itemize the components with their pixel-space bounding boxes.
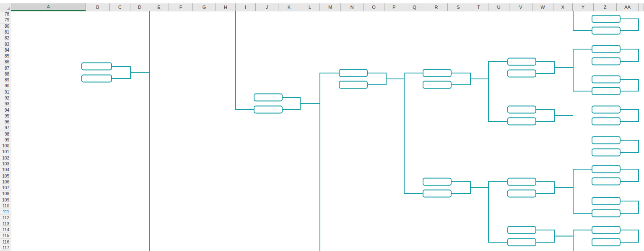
row-header-93[interactable]: 93 bbox=[0, 101, 11, 107]
connector-bracket[interactable] bbox=[451, 182, 488, 193]
row-header-82[interactable]: 82 bbox=[0, 35, 11, 41]
row-header-79[interactable]: 79 bbox=[0, 17, 11, 23]
tree-node-box[interactable] bbox=[592, 166, 620, 173]
tree-node-box[interactable] bbox=[508, 190, 536, 197]
connector-bracket[interactable] bbox=[536, 230, 573, 242]
tree-node-box[interactable] bbox=[592, 210, 620, 217]
tree-node-box[interactable] bbox=[508, 118, 536, 125]
row-header-88[interactable]: 88 bbox=[0, 71, 11, 77]
row-header-115[interactable]: 115 bbox=[0, 233, 11, 239]
row-header-111[interactable]: 111 bbox=[0, 209, 11, 215]
connector-bracket[interactable] bbox=[282, 97, 320, 110]
column-header-A[interactable]: A bbox=[11, 3, 86, 11]
tree-node-box[interactable] bbox=[254, 94, 282, 101]
tree-node-box[interactable] bbox=[592, 58, 620, 65]
connector-bracket[interactable] bbox=[620, 19, 639, 31]
column-header-J[interactable]: J bbox=[256, 3, 278, 11]
column-header-W[interactable]: W bbox=[532, 3, 553, 11]
row-header-105[interactable]: 105 bbox=[0, 173, 11, 179]
row-header-85[interactable]: 85 bbox=[0, 53, 11, 59]
column-header-O[interactable]: O bbox=[364, 3, 384, 11]
connector-spine[interactable] bbox=[573, 11, 592, 31]
row-header-102[interactable]: 102 bbox=[0, 155, 11, 161]
row-header-103[interactable]: 103 bbox=[0, 161, 11, 167]
row-header-110[interactable]: 110 bbox=[0, 203, 11, 209]
tree-node-box[interactable] bbox=[592, 239, 620, 246]
row-header-78[interactable]: 78 bbox=[0, 11, 11, 17]
sheet-area[interactable] bbox=[11, 11, 644, 251]
tree-node-box[interactable] bbox=[592, 106, 620, 113]
connector-spine[interactable] bbox=[320, 73, 339, 251]
row-header-91[interactable]: 91 bbox=[0, 89, 11, 95]
connector-bracket[interactable] bbox=[367, 73, 404, 85]
row-header-100[interactable]: 100 bbox=[0, 143, 11, 149]
connector-bracket[interactable] bbox=[620, 49, 639, 61]
column-header-R[interactable]: R bbox=[425, 3, 448, 11]
tree-node-box[interactable] bbox=[508, 70, 536, 77]
row-header-113[interactable]: 113 bbox=[0, 221, 11, 227]
row-header-97[interactable]: 97 bbox=[0, 125, 11, 131]
row-header-90[interactable]: 90 bbox=[0, 83, 11, 89]
connector-spine[interactable] bbox=[236, 11, 254, 110]
column-header-F[interactable]: F bbox=[169, 3, 193, 11]
row-header-86[interactable]: 86 bbox=[0, 59, 11, 65]
column-header-Y[interactable]: Y bbox=[573, 3, 594, 11]
tree-node-box[interactable] bbox=[592, 137, 620, 144]
row-header-112[interactable]: 112 bbox=[0, 215, 11, 221]
connector-bracket[interactable] bbox=[112, 66, 150, 78]
connector-spine[interactable] bbox=[488, 182, 508, 242]
column-header-AA[interactable]: AA bbox=[617, 3, 639, 11]
row-header-106[interactable]: 106 bbox=[0, 179, 11, 185]
row-header-83[interactable]: 83 bbox=[0, 41, 11, 47]
tree-node-box[interactable] bbox=[508, 58, 536, 65]
tree-node-box[interactable] bbox=[508, 227, 536, 234]
column-header-T[interactable]: T bbox=[469, 3, 488, 11]
row-header-80[interactable]: 80 bbox=[0, 24, 11, 29]
row-header-95[interactable]: 95 bbox=[0, 113, 11, 119]
column-header-V[interactable]: V bbox=[509, 3, 532, 11]
tree-node-box[interactable] bbox=[592, 88, 620, 95]
row-header-108[interactable]: 108 bbox=[0, 191, 11, 197]
column-header-M[interactable]: M bbox=[320, 3, 341, 11]
row-header-99[interactable]: 99 bbox=[0, 137, 11, 143]
tree-node-box[interactable] bbox=[592, 178, 620, 185]
connector-bracket[interactable] bbox=[620, 79, 639, 91]
row-header-109[interactable]: 109 bbox=[0, 197, 11, 203]
column-header-Z[interactable]: Z bbox=[594, 3, 617, 11]
column-header-K[interactable]: K bbox=[278, 3, 300, 11]
row-header-87[interactable]: 87 bbox=[0, 65, 11, 71]
column-header-X[interactable]: X bbox=[553, 3, 573, 11]
column-header-S[interactable]: S bbox=[448, 3, 469, 11]
column-header-L[interactable]: L bbox=[300, 3, 320, 11]
tree-node-box[interactable] bbox=[592, 118, 620, 125]
row-header-96[interactable]: 96 bbox=[0, 119, 11, 125]
column-header-E[interactable]: E bbox=[149, 3, 169, 11]
row-header-84[interactable]: 84 bbox=[0, 47, 11, 53]
connector-spine[interactable] bbox=[488, 62, 508, 121]
column-header-N[interactable]: N bbox=[341, 3, 364, 11]
tree-node-box[interactable] bbox=[592, 227, 620, 234]
row-header-107[interactable]: 107 bbox=[0, 185, 11, 191]
tree-node-box[interactable] bbox=[592, 149, 620, 156]
connector-bracket[interactable] bbox=[536, 62, 573, 73]
tree-node-box[interactable] bbox=[508, 239, 536, 246]
row-header-98[interactable]: 98 bbox=[0, 131, 11, 137]
connector-spine[interactable] bbox=[573, 230, 592, 251]
tree-node-box[interactable] bbox=[423, 81, 451, 89]
connector-spine[interactable] bbox=[404, 73, 423, 193]
row-header-101[interactable]: 101 bbox=[0, 149, 11, 155]
connector-bracket[interactable] bbox=[620, 230, 639, 242]
row-header-104[interactable]: 104 bbox=[0, 167, 11, 173]
tree-node-box[interactable] bbox=[82, 75, 112, 82]
tree-node-box[interactable] bbox=[508, 106, 536, 113]
connector-bracket[interactable] bbox=[536, 110, 573, 121]
column-header-D[interactable]: D bbox=[130, 3, 149, 11]
row-header-94[interactable]: 94 bbox=[0, 107, 11, 113]
tree-node-box[interactable] bbox=[423, 70, 451, 77]
tree-node-box[interactable] bbox=[592, 76, 620, 83]
tree-node-box[interactable] bbox=[592, 46, 620, 53]
connector-bracket[interactable] bbox=[536, 182, 573, 193]
tree-node-box[interactable] bbox=[423, 178, 451, 186]
connector-bracket[interactable] bbox=[620, 169, 639, 181]
connector-spine[interactable] bbox=[573, 169, 592, 213]
